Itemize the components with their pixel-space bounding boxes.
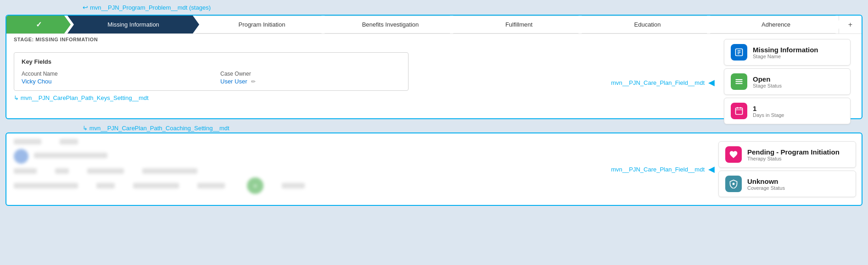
- care-plan-keys-link: ↳ mvn__PJN_CarePlan_Path_Keys_Setting__m…: [14, 94, 149, 101]
- stage-name-card-text: Missing Information Stage Name: [753, 46, 818, 59]
- stage-name-card: Missing Information Stage Name: [724, 39, 851, 66]
- stage-item-education[interactable]: Education: [582, 16, 713, 33]
- lower-info-cards: Pending - Program Initiation Therapy Sta…: [718, 141, 856, 197]
- stage-name-main: Missing Information: [753, 46, 818, 54]
- care-plan-field-top-text: mvn__PJN_Care_Plan_Field__mdt: [611, 79, 705, 86]
- account-name-value[interactable]: Vicky Chou: [22, 78, 202, 85]
- blurred-block: [55, 168, 69, 174]
- blurred-block: [133, 183, 179, 188]
- coverage-status-main: Unknown: [747, 177, 785, 185]
- stage-name-icon: [731, 44, 747, 61]
- stage-label-fulfillment: Fulfillment: [505, 21, 532, 28]
- stage-label-program-initiation: Program Initiation: [239, 21, 286, 28]
- stage-label-adherence: Adherence: [762, 21, 790, 28]
- therapy-status-card-text: Pending - Program Initiation Therapy Sta…: [747, 148, 840, 161]
- case-owner-field: Case Owner User User ✏: [220, 71, 401, 85]
- blurred-block: [87, 168, 124, 174]
- coverage-status-card: Unknown Coverage Status: [718, 171, 856, 197]
- stage-status-card: Open Stage Status: [724, 68, 851, 95]
- stage-status-icon: [731, 73, 747, 90]
- stage-item-adherence[interactable]: Adherence: [710, 16, 842, 33]
- blurred-block: [14, 139, 41, 144]
- therapy-status-main: Pending - Program Initiation: [747, 148, 840, 156]
- stage-item-fulfillment[interactable]: Fulfillment: [453, 16, 585, 33]
- stage-item-completed[interactable]: ✓: [6, 16, 71, 33]
- care-plan-field-annotation-bottom: mvn__PJN_Care_Plan_Field__mdt ◀: [611, 164, 715, 174]
- add-icon: +: [848, 21, 852, 29]
- lower-panel: ● mvn__PJN_Care_Plan_Field__mdt ◀ Pendin…: [6, 132, 862, 206]
- days-in-stage-main: 1: [753, 105, 784, 112]
- days-in-stage-icon: [731, 103, 747, 119]
- key-fields-title: Key Fields: [22, 58, 401, 65]
- fields-grid: Account Name Vicky Chou Case Owner User …: [22, 71, 401, 85]
- coverage-status-card-text: Unknown Coverage Status: [747, 177, 785, 191]
- therapy-status-sub: Therapy Status: [747, 156, 840, 161]
- blurred-block: [96, 183, 115, 188]
- top-annotation: mvn__PJN_Program_Problem__mdt (stages): [0, 0, 868, 15]
- blurred-block: [282, 183, 305, 188]
- stage-item-benefits-investigation[interactable]: Benefits Investigation: [325, 16, 456, 33]
- case-owner-value[interactable]: User User ✏: [220, 78, 401, 85]
- key-fields-box: Key Fields Account Name Vicky Chou Case …: [14, 52, 409, 91]
- stage-name-sub: Stage Name: [753, 54, 818, 59]
- days-in-stage-sub: Days in Stage: [753, 112, 784, 118]
- care-plan-field-annotation-top: mvn__PJN_Care_Plan_Field__mdt ◀: [611, 77, 715, 88]
- stage-item-missing-information[interactable]: Missing Information: [67, 16, 199, 33]
- top-annotation-link: mvn__PJN_Program_Problem__mdt (stages): [83, 4, 868, 11]
- add-stage-button[interactable]: +: [839, 16, 862, 33]
- blurred-row-3: [14, 168, 427, 174]
- blurred-avatar: [14, 149, 28, 164]
- case-owner-label: Case Owner: [220, 71, 401, 77]
- info-cards-top: Missing Information Stage Name Open Stag…: [718, 35, 856, 128]
- svg-point-11: [733, 183, 735, 185]
- coverage-status-icon: [725, 176, 742, 192]
- upper-main-panel: ✓ Missing Information Program Initiation…: [6, 15, 862, 119]
- svg-rect-7: [736, 108, 743, 114]
- blurred-row-1: [14, 139, 427, 144]
- days-in-stage-card-text: 1 Days in Stage: [753, 105, 784, 118]
- stage-item-program-initiation[interactable]: Program Initiation: [196, 16, 328, 33]
- right-arrow-bottom-icon: ◀: [708, 164, 715, 174]
- checkmark-icon: ✓: [36, 20, 42, 29]
- stage-status-sub: Stage Status: [753, 83, 782, 88]
- blurred-block: [14, 183, 78, 188]
- right-arrow-icon: ◀: [708, 77, 715, 88]
- blurred-block: [142, 168, 197, 174]
- blurred-block: [14, 168, 37, 174]
- stage-bar: ✓ Missing Information Program Initiation…: [6, 16, 862, 34]
- stage-label-missing-information: Missing Information: [107, 21, 159, 28]
- blurred-content-area: ●: [14, 139, 427, 194]
- blurred-row-2: [14, 149, 427, 164]
- stage-label-benefits-investigation: Benefits Investigation: [362, 21, 419, 28]
- blurred-block: [197, 183, 225, 188]
- account-name-field: Account Name Vicky Chou: [22, 71, 202, 85]
- content-area: Key Fields Account Name Vicky Chou Case …: [6, 45, 862, 118]
- therapy-status-icon: [725, 146, 742, 163]
- account-name-label: Account Name: [22, 71, 202, 77]
- therapy-status-card: Pending - Program Initiation Therapy Sta…: [718, 141, 856, 168]
- stage-label-education: Education: [634, 21, 661, 28]
- blurred-block: [34, 153, 107, 158]
- coaching-annotation-link: ↳ mvn__PJN_CarePlan_Path_Coaching_Settin…: [83, 125, 230, 132]
- coverage-status-sub: Coverage Status: [747, 185, 785, 191]
- care-plan-field-bottom-text: mvn__PJN_Care_Plan_Field__mdt: [611, 166, 705, 173]
- days-in-stage-card: 1 Days in Stage: [724, 98, 851, 124]
- edit-icon[interactable]: ✏: [251, 78, 256, 85]
- stage-status-card-text: Open Stage Status: [753, 75, 782, 88]
- status-badge: ●: [247, 177, 263, 194]
- stage-status-main: Open: [753, 75, 782, 83]
- blurred-row-4: ●: [14, 177, 427, 194]
- blurred-block: [60, 139, 78, 144]
